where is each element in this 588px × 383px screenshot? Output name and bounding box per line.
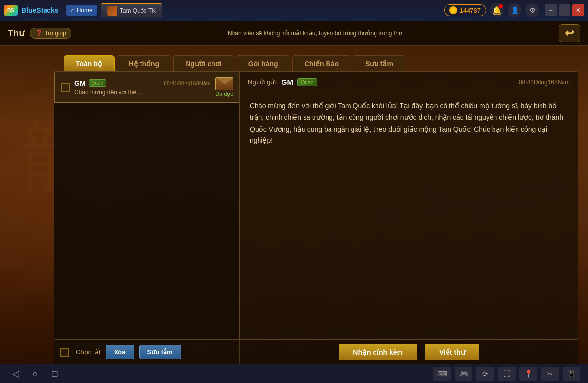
detail-header: Người gửi: GM Quan 08:41Đông168Năm <box>240 72 578 92</box>
select-all-checkbox[interactable] <box>60 348 69 357</box>
notification-dot <box>499 4 503 8</box>
rotate-button[interactable]: ⟳ <box>476 367 494 381</box>
settings-button[interactable]: ⚙ <box>525 3 539 17</box>
question-icon: ❓ <box>35 30 43 37</box>
coins-display: 144787 <box>444 4 486 16</box>
game-tab-label: Tam Quốc TK <box>120 7 156 14</box>
message-body: GM Quan 08:41Đông168Năm Chào mừng đến vớ… <box>74 79 211 96</box>
phone-button[interactable]: 📱 <box>563 367 580 381</box>
game-tab-icon <box>107 6 117 16</box>
scissors-button[interactable]: ✂ <box>541 367 559 381</box>
minimize-button[interactable]: – <box>545 4 557 16</box>
detail-actions: Nhận đính kèm Viết thư <box>240 340 578 364</box>
mail-tabs: Toàn bộ Hệ thống Người chơi Gói hàng Chi… <box>54 46 588 71</box>
mail-content: GM Quan 08:41Đông168Năm Chào mừng đến vớ… <box>54 71 578 340</box>
back-button[interactable]: ↩ <box>559 24 580 42</box>
mail-topbar: Thư ❓ Trợ giúp Nhân viên sẽ không hỏi mậ… <box>0 21 588 46</box>
tab-toan-bo[interactable]: Toàn bộ <box>64 55 115 71</box>
account-button[interactable]: 👤 <box>508 3 521 17</box>
write-letter-button[interactable]: Viết thư <box>425 344 479 360</box>
list-actions: Chọn tất Xóa Sưu tầm <box>54 340 240 364</box>
home-icon: ⌂ <box>71 7 74 14</box>
home-label: Home <box>77 7 93 14</box>
message-checkbox[interactable] <box>61 83 70 92</box>
collect-button[interactable]: Sưu tầm <box>139 345 181 359</box>
coins-value: 144787 <box>460 7 481 14</box>
keyboard-button[interactable]: ⌨ <box>433 367 451 381</box>
android-home-button[interactable]: ○ <box>27 367 43 381</box>
message-list-empty <box>54 103 239 339</box>
mail-title: Thư <box>8 28 24 39</box>
message-sender: GM <box>74 79 86 87</box>
bluestacks-logo: BS <box>4 5 18 16</box>
bottom-bar: ◁ ○ □ ⌨ 🎮 ⟳ ⛶ 📍 ✂ 📱 <box>0 364 588 383</box>
notification-button[interactable]: 🔔 <box>490 3 504 17</box>
select-all-label: Chọn tất <box>76 348 101 356</box>
android-recent-button[interactable]: □ <box>47 367 63 381</box>
help-button[interactable]: ❓ Trợ giúp <box>30 28 71 39</box>
message-detail-panel: Người gửi: GM Quan 08:41Đông168Năm Chào … <box>240 71 578 340</box>
tab-nguoi-choi[interactable]: Người chơi <box>173 55 234 71</box>
fullscreen-button[interactable]: ⛶ <box>498 367 516 381</box>
message-preview: Chào mừng đến với thế... <box>74 89 211 96</box>
maximize-button[interactable]: □ <box>559 4 570 16</box>
mail-notice: Nhân viên sẽ không hỏi mật khẩu, tuyên b… <box>71 30 559 37</box>
brand-label: BlueStacks <box>22 6 58 14</box>
detail-time: 08:41Đông168Năm <box>519 79 570 86</box>
detail-sender-name: GM <box>282 78 293 86</box>
window-controls: – □ ✕ <box>545 4 584 16</box>
tab-he-thong[interactable]: Hệ thống <box>117 55 171 71</box>
message-header: GM Quan 08:41Đông168Năm <box>74 79 211 87</box>
home-button[interactable]: ⌂ Home <box>66 5 97 16</box>
message-item[interactable]: GM Quan 08:41Đông168Năm Chào mừng đến vớ… <box>54 72 239 103</box>
delete-button[interactable]: Xóa <box>106 345 134 359</box>
sender-badge: Quan <box>89 79 106 87</box>
detail-body: Chào mừng đến với thế giới Tam Quốc khói… <box>240 92 578 339</box>
gamepad-button[interactable]: 🎮 <box>455 367 472 381</box>
envelope-flap <box>216 78 234 90</box>
game-tab[interactable]: Tam Quốc TK <box>101 3 162 18</box>
read-label: Đã đọc <box>215 91 233 97</box>
envelope-body <box>215 77 233 90</box>
coin-icon <box>449 6 457 14</box>
envelope-icon <box>215 77 233 90</box>
tab-suu-tam[interactable]: Sưu tầm <box>353 55 405 71</box>
message-envelope: Đã đọc <box>215 77 233 97</box>
tab-goi-hang[interactable]: Gói hàng <box>236 55 290 71</box>
titlebar: BS BlueStacks ⌂ Home Tam Quốc TK 144787 … <box>0 0 588 21</box>
sender-label: Người gửi: <box>248 78 278 86</box>
close-button[interactable]: ✕ <box>572 4 584 16</box>
help-label: Trợ giúp <box>45 30 66 37</box>
detail-badge: Quan <box>297 78 317 86</box>
message-list-panel: GM Quan 08:41Đông168Năm Chào mừng đến vớ… <box>54 71 240 340</box>
location-button[interactable]: 📍 <box>519 367 537 381</box>
message-time: 08:41Đông168Năm <box>164 80 211 86</box>
game-area: 龍 Thư ❓ Trợ giúp Nhân viên sẽ không hỏi … <box>0 21 588 364</box>
receive-attachment-button[interactable]: Nhận đính kèm <box>339 344 417 360</box>
android-back-button[interactable]: ◁ <box>8 367 24 381</box>
tab-chien-bao[interactable]: Chiến Báo <box>292 55 351 71</box>
